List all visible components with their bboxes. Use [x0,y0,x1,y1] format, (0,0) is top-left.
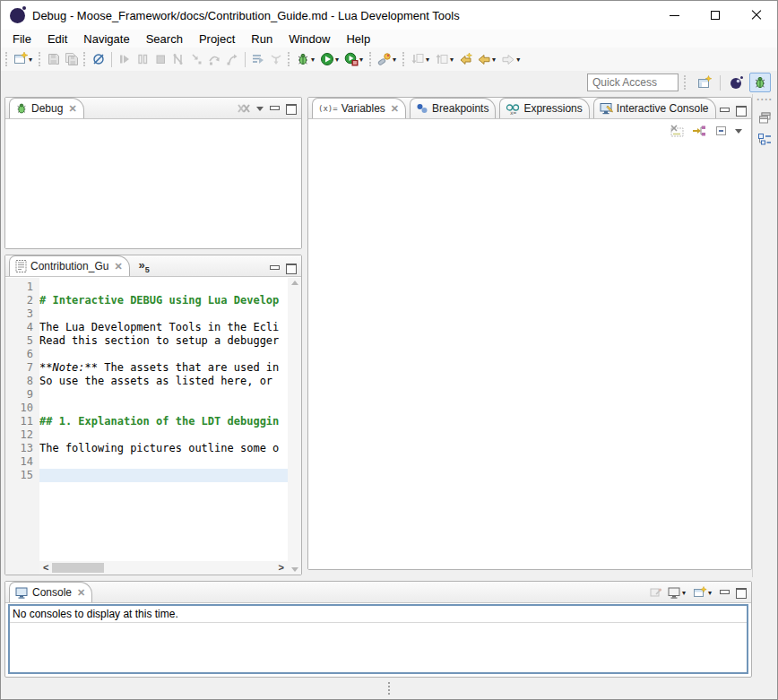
code-line[interactable]: Read this section to setup a debugger [39,334,288,348]
code-line[interactable]: The Lua Development Tools in the Ecli [39,321,288,334]
new-wizard-button[interactable]: ▾ [12,50,36,68]
code-line[interactable]: So use the assets as listed here, or [39,375,288,388]
maximize-button[interactable] [695,1,736,30]
code-line[interactable] [39,388,288,402]
forward-button[interactable]: ▾ [499,50,523,68]
tab-contribution-guide[interactable]: Contribution_Gu ✕ [9,255,130,276]
minimize-view-icon[interactable] [269,104,280,113]
tab-console[interactable]: Console ✕ [9,582,92,602]
menu-window[interactable]: Window [281,30,338,48]
step-return-button[interactable] [223,50,241,68]
skip-all-breakpoints-button[interactable] [90,50,108,68]
disconnect-button[interactable] [169,50,187,68]
show-logical-structure-icon[interactable] [692,125,707,137]
scroll-right-icon[interactable]: > [275,561,288,575]
view-menu-icon[interactable] [256,107,264,111]
minimize-view-icon[interactable] [269,264,280,272]
tab-breakpoints[interactable]: Breakpoints [410,98,496,118]
previous-annotation-button[interactable]: ▾ [433,50,457,68]
pin-console-icon[interactable] [649,586,662,599]
code-line[interactable] [39,428,288,442]
code-line[interactable] [39,455,288,469]
next-annotation-icon [411,52,425,66]
close-tab-icon[interactable]: ✕ [77,587,85,599]
open-perspective-button[interactable] [694,73,715,92]
code-line[interactable] [39,402,288,415]
display-selected-console-button[interactable]: ▾ [668,587,687,599]
editor-horizontal-scrollbar[interactable]: < > [39,561,288,575]
close-button[interactable] [736,1,777,30]
lua-perspective-button[interactable] [725,73,748,93]
menu-project[interactable]: Project [191,30,243,48]
menu-help[interactable]: Help [338,30,378,48]
next-annotation-button[interactable]: ▾ [409,50,433,68]
maximize-view-icon[interactable] [735,106,746,115]
scroll-up-icon[interactable] [291,281,298,285]
collapse-all-icon[interactable] [714,125,728,137]
tab-variables[interactable]: (x)= Variables ✕ [312,98,406,118]
line-number: 7 [5,361,33,375]
step-over-button[interactable] [205,50,223,68]
code-line[interactable]: # Interactive DEBUG using Lua Develop [39,294,288,307]
code-line[interactable]: The following pictures outline some o [39,442,288,455]
menu-run[interactable]: Run [243,30,281,48]
tab-interactive-console[interactable]: Interactive Console [593,98,716,118]
show-type-names-icon[interactable] [670,125,685,137]
tab-expressions[interactable]: x= Expressions [499,98,589,118]
code-line[interactable] [39,307,288,321]
scroll-down-icon[interactable] [291,567,298,572]
save-all-button[interactable] [63,50,81,68]
code-line[interactable] [39,469,288,482]
line-number: 10 [5,402,33,415]
code-line[interactable]: ## 1. Explanation of the LDT debuggin [39,415,288,428]
code-text-area[interactable]: # Interactive DEBUG using Lua Develop Th… [39,278,288,575]
external-tools-button[interactable]: ▾ [376,50,400,68]
use-step-filters-button[interactable] [249,50,267,68]
maximize-view-icon[interactable] [285,264,296,272]
suspend-button[interactable] [134,50,151,68]
run-coverage-button[interactable]: ▾ [342,50,367,68]
trim-drag-handle[interactable]: •••• [757,96,774,102]
save-button[interactable] [45,50,63,68]
view-menu-icon[interactable] [735,129,742,134]
run-button[interactable]: ▾ [318,50,342,68]
dropdown-arrow-icon: ▾ [335,56,339,64]
hidden-editors-chevron[interactable]: »5 [130,256,159,276]
maximize-view-icon[interactable] [285,104,296,113]
editor-body[interactable]: 123456789101112131415 # Interactive DEBU… [5,278,301,575]
menu-search[interactable]: Search [138,30,191,48]
code-line[interactable] [39,281,288,294]
code-line[interactable] [39,348,288,361]
scrollbar-thumb[interactable] [52,563,104,573]
close-tab-icon[interactable]: ✕ [114,261,122,272]
code-line[interactable]: **Note:** The assets that are used in [39,361,288,375]
scroll-left-icon[interactable]: < [39,561,52,575]
restore-view-icon[interactable] [758,111,773,124]
menu-file[interactable]: File [4,30,39,48]
quick-access-input[interactable] [587,73,679,91]
outline-view-icon[interactable] [757,133,773,147]
resume-button[interactable] [116,50,134,68]
editor-vertical-scrollbar[interactable] [288,278,301,575]
maximize-view-icon[interactable] [735,588,746,597]
debug-perspective-button[interactable] [749,73,771,92]
open-console-button[interactable]: ▾ [693,586,713,599]
debug-button[interactable]: ▾ [294,50,318,68]
minimize-view-icon[interactable] [719,106,730,115]
terminate-button[interactable] [151,50,169,68]
menu-edit[interactable]: Edit [39,30,75,48]
console-body[interactable]: No consoles to display at this time. [8,604,748,674]
step-into-button[interactable] [187,50,205,68]
statusbar-drag-handle[interactable] [388,682,390,695]
back-button[interactable]: ▾ [475,50,499,68]
remove-all-terminated-icon[interactable] [237,102,251,115]
close-icon [751,10,762,21]
tab-debug[interactable]: Debug ✕ [9,98,84,118]
close-tab-icon[interactable]: ✕ [68,103,76,115]
minimize-view-icon[interactable] [719,588,730,597]
last-edit-location-button[interactable] [457,50,475,68]
menu-navigate[interactable]: Navigate [75,30,137,48]
close-tab-icon[interactable]: ✕ [391,103,399,115]
minimize-button[interactable] [653,1,695,30]
step-filters-config-button[interactable] [267,50,285,68]
